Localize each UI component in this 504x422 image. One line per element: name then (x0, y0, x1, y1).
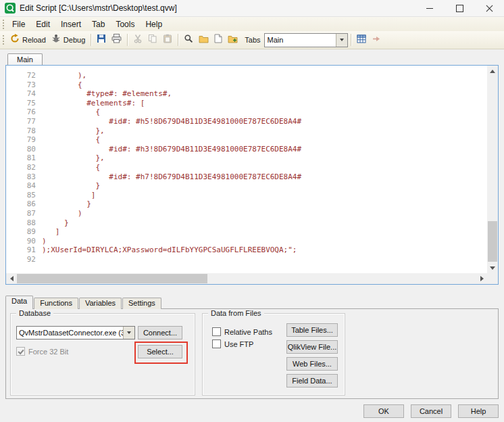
help-button[interactable]: Help (458, 404, 499, 418)
menu-bar: FileEditInsertTabToolsHelp (0, 17, 504, 32)
debug-icon (51, 34, 61, 46)
arrow-down-icon (490, 266, 495, 270)
table-files-button[interactable]: Table Files... (286, 323, 338, 337)
line-number: 84 (6, 181, 42, 191)
ok-button[interactable]: OK (363, 404, 404, 418)
line-text: ), (42, 71, 86, 80)
line-number: 79 (6, 135, 42, 145)
tab-selector-dropdown-button[interactable] (336, 34, 347, 47)
caption-buttons (415, 0, 504, 16)
insert-tab-button[interactable] (225, 32, 241, 47)
line-text: );XUserId=DIRYLCA;XPassword=dILFbYYGPCSa… (42, 245, 297, 255)
toolbar-separator (91, 34, 91, 46)
table-icon (357, 34, 366, 46)
qlikview-file-button[interactable]: QlikView File... (286, 340, 338, 354)
code-line: 92 (6, 255, 487, 264)
menu-tab[interactable]: Tab (87, 18, 109, 30)
reload-button[interactable]: Reload (7, 32, 49, 47)
minimize-button[interactable] (415, 0, 445, 16)
panel-tab-variables[interactable]: Variables (79, 298, 122, 309)
panel-tab-settings[interactable]: Settings (122, 298, 161, 309)
line-number: 72 (6, 71, 42, 80)
scroll-left-button[interactable] (6, 273, 17, 284)
dropdown-icon (340, 39, 344, 41)
line-text: { (42, 80, 82, 90)
debug-label: Debug (64, 36, 85, 44)
connect-button[interactable]: Connect... (138, 326, 182, 339)
code-line: 72 ), (6, 71, 487, 80)
code-line: 85 ] (6, 191, 487, 200)
save-button[interactable] (94, 32, 109, 47)
menu-edit[interactable]: Edit (31, 18, 55, 30)
new-tab-button[interactable] (211, 32, 225, 47)
script-code-area[interactable]: 72 ),73 {74 #type#: #elements#,75 #eleme… (6, 66, 487, 273)
qlikview-logo-icon (5, 3, 16, 14)
maximize-button[interactable] (445, 0, 474, 16)
menu-help[interactable]: Help (141, 18, 167, 30)
horizontal-scrollbar-thumb[interactable] (17, 274, 207, 283)
scroll-down-button[interactable] (487, 262, 498, 273)
line-number: 91 (6, 245, 42, 255)
panel-tab-data[interactable]: Data (5, 296, 33, 309)
save-icon (97, 34, 106, 46)
line-text: ] (42, 227, 60, 237)
paste-icon (163, 34, 172, 46)
panel-tab-functions[interactable]: Functions (34, 298, 78, 309)
line-text: }, (42, 154, 105, 163)
script-editor[interactable]: 72 ),73 {74 #type#: #elements#,75 #eleme… (5, 65, 499, 285)
code-line: 82 { (6, 163, 487, 172)
window-title: Edit Script [C:\Users\mstr\Desktop\test.… (20, 3, 177, 13)
web-files-button[interactable]: Web Files... (286, 357, 338, 371)
find-button[interactable] (181, 32, 196, 47)
code-line: 84 } (6, 181, 487, 191)
menu-insert[interactable]: Insert (56, 18, 86, 30)
vertical-scrollbar-thumb[interactable] (488, 221, 497, 262)
line-number: 75 (6, 99, 42, 108)
data-from-files-group: Data from Files Relative Paths Use FTP T… (202, 313, 345, 396)
open-folder-icon (199, 34, 209, 46)
scrollbar-corner (487, 273, 498, 284)
database-connector-select[interactable]: QvMstrDatasetConnector.exe (3 (16, 326, 135, 339)
line-text: #type#: #elements#, (42, 89, 172, 99)
line-number: 85 (6, 191, 42, 200)
line-text: #id#: #h5!8D679D4B11D3E4981000E787EC6DE8… (42, 117, 301, 126)
horizontal-scrollbar[interactable] (6, 273, 487, 284)
code-line: 74 #type#: #elements#, (6, 89, 487, 99)
line-text: } (42, 218, 69, 228)
script-tab-main[interactable]: Main (7, 53, 43, 65)
field-data-button[interactable]: Field Data... (286, 374, 338, 388)
table-viewer-button[interactable] (354, 32, 369, 47)
arrow-left-icon (10, 276, 14, 281)
find-icon (184, 34, 193, 46)
relative-paths-checkbox[interactable] (212, 327, 221, 336)
tab-selector[interactable]: Main (264, 33, 348, 47)
menu-file[interactable]: File (7, 18, 30, 30)
select-button[interactable]: Select... (138, 345, 182, 358)
scroll-up-button[interactable] (487, 66, 498, 76)
line-number: 90 (6, 237, 42, 246)
script-tab-strip: Main (5, 53, 499, 65)
open-script-button[interactable] (196, 32, 211, 47)
code-line: 90) (6, 237, 487, 246)
menu-tools[interactable]: Tools (111, 18, 139, 30)
cancel-button[interactable]: Cancel (411, 404, 451, 418)
code-line: 73 { (6, 80, 487, 90)
line-number: 87 (6, 209, 42, 218)
relative-paths-label: Relative Paths (224, 328, 272, 336)
print-button[interactable] (109, 32, 124, 47)
minimize-icon (426, 8, 433, 9)
vertical-scrollbar[interactable] (487, 66, 498, 273)
line-text: } (42, 181, 100, 191)
code-line: 89 ] (6, 227, 487, 237)
close-button[interactable] (474, 0, 504, 16)
code-line: 78 }, (6, 126, 487, 136)
use-ftp-checkbox[interactable] (212, 339, 221, 348)
line-text: } (42, 200, 91, 209)
scroll-right-button[interactable] (476, 273, 487, 284)
database-connector-dropdown-button[interactable] (123, 327, 134, 339)
copy-button (145, 32, 160, 47)
debug-button[interactable]: Debug (49, 32, 88, 47)
line-text: #id#: #h7!8D679D4B11D3E4981000E787EC6DE8… (42, 172, 301, 182)
toolbar: Reload Debug Tabs Main (0, 31, 504, 49)
move-tab-button (369, 32, 384, 47)
